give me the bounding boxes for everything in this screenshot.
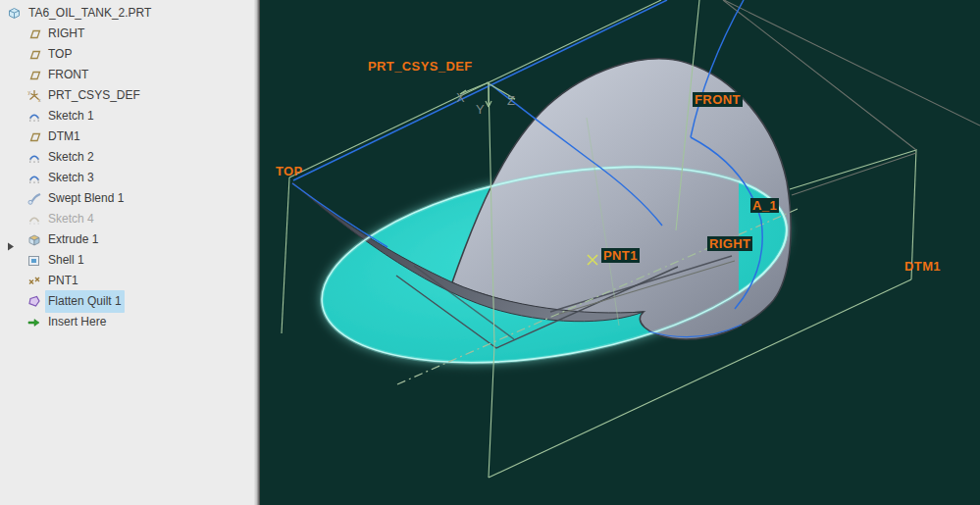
tree-item-right-plane[interactable]: RIGHT (0, 24, 254, 44)
part-icon (8, 7, 26, 20)
datum-plane-icon (27, 131, 45, 143)
svg-text:y: y (28, 89, 31, 95)
label-dtm1[interactable]: DTM1 (904, 259, 941, 274)
tree-item-label: PRT_CSYS_DEF (45, 84, 143, 107)
tree-item-label: Sketch 3 (45, 167, 97, 189)
csys-icon: yx (27, 89, 45, 102)
extrude-icon (27, 233, 45, 246)
tree-item-part-root[interactable]: TA6_OIL_TANK_2.PRT (0, 3, 254, 24)
label-prt-csys-def[interactable]: PRT_CSYS_DEF (368, 59, 473, 74)
creo-window: { "window": { "title": "TA6_OIL_TANK_2.P… (0, 0, 980, 505)
axis-x-label: X (456, 90, 465, 105)
datum-plane-icon (27, 28, 45, 40)
expand-arrow-icon[interactable] (7, 235, 15, 244)
tree-item-label-selected: Flatten Quilt 1 (45, 290, 125, 313)
tree-item-csys[interactable]: yx PRT_CSYS_DEF (0, 85, 254, 106)
tree-item-insert-here[interactable]: Insert Here (0, 312, 254, 332)
tree-item-sketch1[interactable]: Sketch 1 (0, 106, 254, 126)
tree-item-label: Sketch 2 (45, 146, 97, 169)
tree-item-pnt1[interactable]: PNT1 (0, 271, 254, 291)
tree-item-dtm1[interactable]: DTM1 (0, 126, 254, 147)
tree-item-label: Shell 1 (45, 249, 87, 272)
datum-plane-icon (27, 49, 45, 61)
sketch-icon (27, 110, 45, 123)
tree-item-swept-blend[interactable]: Swept Blend 1 (0, 188, 254, 209)
flatten-quilt-icon (27, 295, 45, 308)
label-front-plane[interactable]: FRONT (693, 92, 743, 107)
label-right-plane[interactable]: RIGHT (707, 236, 752, 251)
label-top-plane[interactable]: TOP (276, 164, 303, 178)
tree-item-label: TOP (45, 43, 75, 66)
datum-point-icon (27, 276, 45, 287)
tree-item-front-plane[interactable]: FRONT (0, 65, 254, 85)
insert-here-icon (27, 317, 45, 328)
tree-item-label: Sketch 1 (45, 105, 97, 127)
tree-item-sketch2[interactable]: Sketch 2 (0, 147, 254, 168)
sketch-icon (27, 151, 45, 164)
tree-item-label: RIGHT (45, 23, 87, 45)
svg-text:x: x (38, 97, 41, 103)
axis-z-label: Z (507, 93, 515, 108)
swept-blend-icon (27, 192, 45, 205)
tree-item-top-plane[interactable]: TOP (0, 44, 254, 65)
tree-item-label: Sketch 4 (45, 208, 97, 230)
tree-item-label: Extrude 1 (45, 228, 101, 251)
tree-item-sketch4-suppressed[interactable]: Sketch 4 (0, 209, 254, 229)
3d-viewport[interactable]: PRT_CSYS_DEF TOP FRONT A_1 RIGHT PNT1 DT… (260, 0, 980, 505)
shell-icon (27, 255, 45, 267)
tree-item-label: PNT1 (45, 270, 81, 292)
tree-item-label: TA6_OIL_TANK_2.PRT (26, 2, 154, 25)
label-axis-a1[interactable]: A_1 (750, 198, 779, 213)
sketch-icon (27, 213, 45, 226)
model-tree-panel: TA6_OIL_TANK_2.PRT RIGHT TOP FRONT yx PR… (0, 0, 254, 505)
tree-item-extrude1[interactable]: Extrude 1 (0, 229, 254, 250)
axis-y-label: Y (476, 102, 485, 117)
tree-item-shell1[interactable]: Shell 1 (0, 250, 254, 271)
tree-item-label: DTM1 (45, 126, 83, 148)
tree-item-label: Insert Here (45, 311, 109, 333)
tree-item-flatten-quilt[interactable]: Flatten Quilt 1 (0, 291, 254, 312)
sketch-icon (27, 172, 45, 184)
datum-plane-icon (27, 70, 45, 81)
tree-item-sketch3[interactable]: Sketch 3 (0, 168, 254, 188)
label-pnt1[interactable]: PNT1 (601, 248, 640, 263)
tree-item-label: FRONT (45, 64, 91, 86)
tree-item-label: Swept Blend 1 (45, 187, 127, 210)
